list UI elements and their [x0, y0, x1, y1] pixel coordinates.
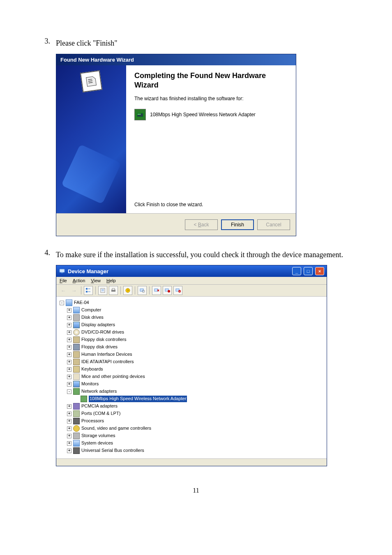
wizard-window: Found New Hardware Wizard Completing the…: [56, 54, 296, 236]
tree-node[interactable]: +Mice and other pointing devices: [67, 373, 325, 380]
scan-icon[interactable]: [138, 286, 147, 295]
tree-node[interactable]: +Display adapters: [67, 321, 325, 329]
category-icon: [73, 344, 80, 350]
expand-icon[interactable]: +: [67, 412, 71, 416]
expand-icon[interactable]: +: [67, 434, 71, 438]
expand-icon[interactable]: +: [67, 441, 71, 446]
menu-action[interactable]: Action: [73, 278, 85, 283]
network-adapter-icon: [134, 109, 146, 120]
category-icon: [73, 307, 80, 313]
wizard-body: Completing the Found New Hardware Wizard…: [56, 65, 296, 213]
svg-rect-5: [86, 288, 88, 290]
expand-icon[interactable]: +: [67, 404, 71, 409]
expand-icon[interactable]: +: [67, 426, 71, 431]
tree-node[interactable]: +Computer: [67, 306, 325, 314]
svg-rect-9: [112, 288, 115, 290]
step-number: 3.: [41, 37, 50, 50]
wizard-heading: Completing the Found New Hardware Wizard: [134, 71, 288, 90]
expand-icon[interactable]: -: [67, 389, 71, 394]
tree-node[interactable]: +System devices: [67, 440, 325, 447]
expand-icon[interactable]: +: [67, 308, 71, 313]
expand-icon[interactable]: +: [67, 360, 71, 364]
update-icon[interactable]: [163, 286, 172, 295]
dm-toolbar: ← → ?: [56, 285, 327, 297]
nav-back-icon[interactable]: ←: [59, 286, 68, 295]
close-button[interactable]: ×: [315, 267, 324, 275]
category-icon: [73, 403, 80, 410]
expand-icon[interactable]: +: [67, 338, 71, 342]
category-icon: [73, 359, 80, 365]
menu-help[interactable]: Help: [106, 278, 116, 283]
svg-rect-14: [154, 289, 158, 291]
tree-root-node[interactable]: -FAE-04: [60, 299, 325, 306]
tree-node[interactable]: +Storage volumes: [67, 432, 325, 440]
view-tree-icon[interactable]: [84, 286, 93, 295]
svg-point-16: [168, 290, 170, 292]
menu-file[interactable]: File: [60, 278, 67, 283]
step-number: 4.: [41, 249, 50, 261]
dm-menubar: File Action View Help: [56, 277, 327, 285]
tree-leaf[interactable]: 108Mbps High Speed Wireless Network Adap…: [74, 395, 325, 403]
tree-node[interactable]: -Network adapters: [67, 388, 325, 395]
svg-rect-0: [137, 113, 143, 117]
tree-node[interactable]: +Monitors: [67, 380, 325, 388]
expand-icon[interactable]: +: [67, 323, 71, 327]
expand-icon[interactable]: +: [67, 449, 71, 453]
svg-rect-7: [101, 288, 105, 292]
maximize-button[interactable]: □: [304, 267, 313, 275]
tree-node[interactable]: +Disk drives: [67, 314, 325, 321]
disable-icon[interactable]: [173, 286, 182, 295]
print-icon[interactable]: [109, 286, 118, 295]
tree-node[interactable]: +DVD/CD-ROM drives: [67, 329, 325, 336]
tree-node[interactable]: +IDE ATA/ATAPI controllers: [67, 358, 325, 366]
wizard-titlebar: Found New Hardware Wizard: [56, 54, 296, 65]
category-icon: [73, 351, 80, 358]
help-icon[interactable]: ?: [123, 286, 132, 295]
nav-forward-icon[interactable]: →: [69, 286, 78, 295]
dm-title-text: Device Manager: [68, 268, 108, 274]
computer-root-icon: [66, 299, 72, 306]
wizard-subtext: The wizard has finished installing the s…: [134, 96, 288, 101]
category-icon: [73, 322, 80, 328]
expand-icon[interactable]: +: [67, 330, 71, 335]
menu-view[interactable]: View: [91, 278, 101, 283]
category-icon: [73, 388, 80, 395]
svg-rect-2: [139, 114, 141, 115]
expand-icon[interactable]: +: [67, 367, 71, 372]
svg-rect-4: [61, 272, 63, 273]
svg-rect-6: [86, 291, 88, 292]
category-icon: [73, 336, 80, 343]
category-icon: [73, 314, 80, 321]
cancel-button[interactable]: Cancel: [257, 219, 290, 230]
tree-node[interactable]: +Ports (COM & LPT): [67, 410, 325, 417]
category-icon: [73, 373, 80, 380]
tree-node[interactable]: +Processors: [67, 417, 325, 425]
tree-node[interactable]: +PCMCIA adapters: [67, 403, 325, 410]
expand-icon[interactable]: +: [67, 315, 71, 320]
back-button[interactable]: < Back: [185, 219, 218, 230]
dm-app-icon: [59, 268, 65, 274]
expand-icon[interactable]: +: [67, 352, 71, 357]
expand-icon[interactable]: +: [67, 345, 71, 350]
minimize-button[interactable]: _: [292, 267, 301, 275]
tree-node[interactable]: +Universal Serial Bus controllers: [67, 447, 325, 454]
expand-icon[interactable]: +: [67, 375, 71, 379]
properties-icon[interactable]: [98, 286, 107, 295]
tree-node[interactable]: +Floppy disk controllers: [67, 336, 325, 343]
wizard-main: Completing the Found New Hardware Wizard…: [126, 65, 296, 213]
tree-node[interactable]: +Sound, video and game controllers: [67, 425, 325, 432]
tree-node[interactable]: +Human Interface Devices: [67, 351, 325, 358]
step-text: Please click "Finish": [56, 37, 351, 50]
step-text: To make sure if the installation is succ…: [56, 249, 351, 261]
expand-icon[interactable]: +: [67, 419, 71, 424]
svg-text:?: ?: [127, 289, 129, 292]
wizard-sidebar: [56, 65, 126, 213]
finish-button[interactable]: Finish: [221, 219, 254, 230]
uninstall-icon[interactable]: [152, 286, 161, 295]
tree-node[interactable]: +Floppy disk drives: [67, 343, 325, 351]
category-icon: [73, 410, 80, 417]
step-3: 3. Please click "Finish" Found New Hardw…: [41, 37, 351, 236]
expand-icon[interactable]: +: [67, 382, 71, 387]
tree-node[interactable]: +Keyboards: [67, 366, 325, 373]
page-number: 11: [41, 487, 351, 494]
